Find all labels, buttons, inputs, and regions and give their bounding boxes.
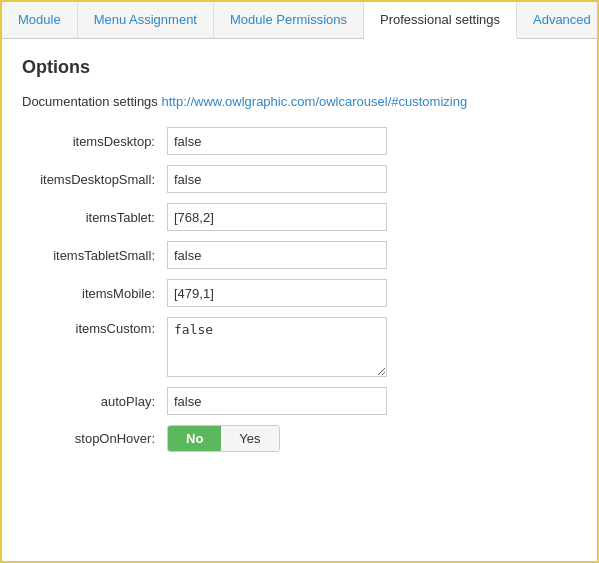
field-row-itemsTablet: itemsTablet: (22, 203, 577, 231)
section-title: Options (22, 57, 577, 78)
label-itemsTablet: itemsTablet: (22, 210, 167, 225)
tab-advanced[interactable]: Advanced (517, 2, 599, 38)
input-autoPlay[interactable] (167, 387, 387, 415)
field-row-autoPlay: autoPlay: (22, 387, 577, 415)
label-itemsTabletSmall: itemsTabletSmall: (22, 248, 167, 263)
field-row-itemsDesktopSmall: itemsDesktopSmall: (22, 165, 577, 193)
toggle-stopOnHover: No Yes (167, 425, 280, 452)
field-row-itemsTabletSmall: itemsTabletSmall: (22, 241, 577, 269)
input-itemsDesktop[interactable] (167, 127, 387, 155)
input-itemsCustom[interactable]: false (167, 317, 387, 377)
field-row-itemsCustom: itemsCustom: false (22, 317, 577, 377)
tab-professional-settings[interactable]: Professional settings (364, 2, 517, 39)
label-stopOnHover: stopOnHover: (22, 431, 167, 446)
label-itemsDesktopSmall: itemsDesktopSmall: (22, 172, 167, 187)
field-row-itemsMobile: itemsMobile: (22, 279, 577, 307)
field-row-stopOnHover: stopOnHover: No Yes (22, 425, 577, 452)
label-itemsMobile: itemsMobile: (22, 286, 167, 301)
tab-module-permissions[interactable]: Module Permissions (214, 2, 364, 38)
field-row-itemsDesktop: itemsDesktop: (22, 127, 577, 155)
doc-label: Documentation settings (22, 94, 158, 109)
label-itemsDesktop: itemsDesktop: (22, 134, 167, 149)
doc-line: Documentation settings http://www.owlgra… (22, 94, 577, 109)
toggle-no-button[interactable]: No (168, 426, 221, 451)
tab-menu-assignment[interactable]: Menu Assignment (78, 2, 214, 38)
label-itemsCustom: itemsCustom: (22, 317, 167, 336)
toggle-yes-button[interactable]: Yes (221, 426, 278, 451)
label-autoPlay: autoPlay: (22, 394, 167, 409)
main-content: Options Documentation settings http://ww… (2, 39, 597, 480)
input-itemsMobile[interactable] (167, 279, 387, 307)
page-container: Module Menu Assignment Module Permission… (0, 0, 599, 563)
doc-link[interactable]: http://www.owlgraphic.com/owlcarousel/#c… (161, 94, 467, 109)
tab-module[interactable]: Module (2, 2, 78, 38)
input-itemsTablet[interactable] (167, 203, 387, 231)
input-itemsTabletSmall[interactable] (167, 241, 387, 269)
input-itemsDesktopSmall[interactable] (167, 165, 387, 193)
tab-bar: Module Menu Assignment Module Permission… (2, 2, 597, 39)
